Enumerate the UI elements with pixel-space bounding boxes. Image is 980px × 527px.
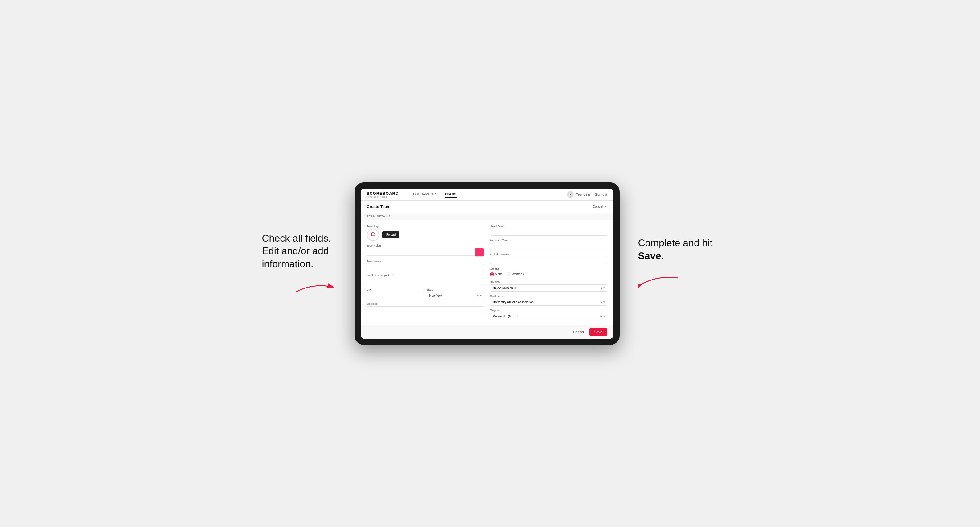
division-group: Division NCAA Division III ▲▼ [490, 281, 607, 292]
team-colour-group: Team colour #F43168 [367, 244, 484, 257]
athletic-dir-group: Athletic Director Charlie Quick [490, 253, 607, 264]
conference-select[interactable]: University Athletic Association [490, 298, 607, 306]
user-avatar: TU [567, 191, 574, 198]
city-label: City [367, 288, 424, 291]
conference-label: Conference [490, 295, 607, 298]
conference-clear-icon[interactable]: ✕ [599, 300, 602, 303]
team-colour-input[interactable]: #F43168 [367, 249, 476, 256]
state-clear-icon[interactable]: ✕ [476, 294, 479, 297]
asst-coach-input[interactable]: Josh Coles [490, 243, 607, 250]
gender-mens-option[interactable]: Mens [490, 273, 503, 276]
save-button[interactable]: Save [589, 328, 607, 336]
head-coach-group: Head Coach Marcus El [490, 225, 607, 236]
region-select-wrapper: Region II - (M) DIII ✕ ▲▼ [490, 313, 607, 320]
tablet-frame: SCOREBOARD Powered by clippd TOURNAMENTS… [355, 183, 620, 345]
display-name-label: Display name (unique) [367, 274, 484, 277]
team-colour-label: Team colour [367, 244, 484, 247]
color-input-row: #F43168 [367, 248, 484, 257]
city-group: City New York [367, 288, 424, 299]
right-arrow-icon [638, 272, 681, 290]
gender-womens-radio[interactable] [507, 273, 511, 276]
gender-womens-option[interactable]: Womens [507, 273, 524, 276]
gender-group: Gender Mens Womens [490, 267, 607, 277]
state-group: State New York ✕ ▲▼ [426, 288, 484, 299]
division-label: Division [490, 281, 607, 284]
logo-upload-area: C Upload [367, 229, 484, 241]
state-select[interactable]: New York [426, 292, 484, 299]
app-logo: SCOREBOARD Powered by clippd [367, 191, 399, 198]
city-state-row: City New York State New York ✕ ▲▼ [367, 288, 484, 299]
asst-coach-label: Assistant Coach [490, 239, 607, 242]
team-logo-group: Team logo C Upload [367, 225, 484, 241]
color-swatch[interactable] [476, 248, 484, 257]
athletic-dir-input[interactable]: Charlie Quick [490, 257, 607, 264]
modal-title: Create Team [367, 204, 391, 209]
annotation-right-bold: Save [638, 250, 661, 261]
form-right: Head Coach Marcus El Assistant Coach Jos… [490, 225, 607, 320]
left-arrow-icon [293, 279, 336, 295]
head-coach-label: Head Coach [490, 225, 607, 228]
asst-coach-group: Assistant Coach Josh Coles [490, 239, 607, 250]
conference-select-wrapper: University Athletic Association ✕ ▲▼ [490, 298, 607, 306]
nav-teams[interactable]: TEAMS [444, 191, 457, 198]
division-select[interactable]: NCAA Division III [490, 284, 607, 292]
tablet-screen: SCOREBOARD Powered by clippd TOURNAMENTS… [361, 189, 614, 339]
gender-label: Gender [490, 267, 607, 270]
annotation-left-title: Check all fields. [262, 233, 331, 244]
logo-circle: C [367, 229, 379, 241]
conference-group: Conference University Athletic Associati… [490, 295, 607, 306]
state-select-wrapper: New York ✕ ▲▼ [426, 292, 484, 299]
upload-button[interactable]: Upload [382, 232, 399, 238]
zip-label: Zip code [367, 302, 484, 305]
annotation-right-title: Complete and hit [638, 237, 713, 248]
form-left: Team logo C Upload Team colour #F43168 [367, 225, 484, 320]
gender-mens-radio[interactable] [490, 273, 494, 276]
nav-links: TOURNAMENTS TEAMS [411, 191, 557, 198]
region-label: Region [490, 309, 607, 312]
modal-footer: Cancel Save [361, 325, 614, 339]
team-name-group: Team name Clippd College [367, 260, 484, 271]
display-name-group: Display name (unique) Clippd College [367, 274, 484, 285]
nav-right: TU Test User | Sign out [567, 191, 607, 198]
nav-tournaments[interactable]: TOURNAMENTS [411, 191, 437, 198]
cancel-button[interactable]: Cancel [571, 329, 586, 335]
modal-cancel-header[interactable]: Cancel ✕ [592, 205, 607, 209]
division-select-wrapper: NCAA Division III ▲▼ [490, 284, 607, 292]
team-name-input[interactable]: Clippd College [367, 264, 484, 271]
team-logo-label: Team logo [367, 225, 484, 228]
display-name-input[interactable]: Clippd College [367, 278, 484, 285]
modal-header: Create Team Cancel ✕ [361, 201, 614, 213]
head-coach-input[interactable]: Marcus El [490, 229, 607, 236]
region-clear-icon[interactable]: ✕ [599, 315, 602, 318]
city-input[interactable]: New York [367, 292, 424, 299]
team-name-label: Team name [367, 260, 484, 263]
zip-input[interactable]: 10279 [367, 306, 484, 313]
navbar: SCOREBOARD Powered by clippd TOURNAMENTS… [361, 189, 614, 201]
zip-code-group: Zip code 10279 [367, 302, 484, 313]
form-body: Team logo C Upload Team colour #F43168 [361, 220, 614, 325]
state-label: State [426, 288, 484, 291]
region-group: Region Region II - (M) DIII ✕ ▲▼ [490, 309, 607, 320]
section-header: TEAM DETAILS [361, 213, 614, 220]
athletic-dir-label: Athletic Director [490, 253, 607, 256]
region-select[interactable]: Region II - (M) DIII [490, 313, 607, 320]
annotation-left-subtitle: Edit and/or add information. [262, 245, 329, 269]
gender-row: Mens Womens [490, 271, 607, 277]
